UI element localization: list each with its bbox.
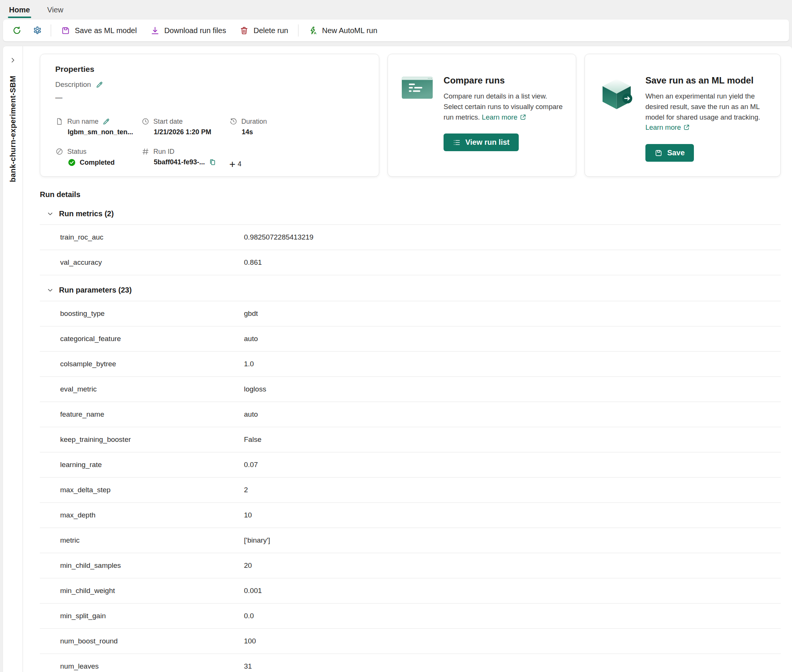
run-parameters-header[interactable]: Run parameters (23) [47,279,781,301]
parameter-value: 1.0 [244,360,781,368]
save-button[interactable]: Save [645,144,694,162]
expand-panel-button[interactable] [7,54,18,66]
ribbon-tabbar: Home View [0,0,792,17]
parameter-row: feature_name auto [40,402,781,427]
metric-value: 0.861 [244,258,781,267]
run-parameters-header-label: Run parameters (23) [59,286,132,294]
parameter-name: min_split_gain [40,612,244,620]
status-label: Status [67,148,86,156]
page: Home View Save as ML model [0,0,792,672]
ml-model-cube-illustration [599,75,635,112]
start-date-value: 1/21/2026 1:20 PM [154,128,229,136]
parameter-name: min_child_samples [40,562,244,570]
plus-icon: + [229,161,235,168]
field-status: Status Completed [55,147,141,168]
parameter-value: gbdt [244,309,781,318]
parameter-row: boosting_type gbdt [40,301,781,326]
settings-button[interactable] [27,22,48,39]
new-automl-run-label: New AutoML run [322,26,377,35]
parameter-value: ['binary'] [244,536,781,544]
field-run-id: Run ID 5baff041-fe93-... [141,147,229,168]
tab-home[interactable]: Home [9,6,30,15]
content-canvas: bank-churn-experiment-SBM Properties Des… [3,46,792,672]
download-run-files-label: Download run files [164,26,226,35]
download-icon [150,26,160,35]
parameter-row: min_child_samples 20 [40,553,781,578]
delete-run-button[interactable]: Delete run [233,22,295,39]
parameter-row: metric ['binary'] [40,528,781,553]
download-run-files-button[interactable]: Download run files [144,22,233,39]
save-floppy-icon [61,26,70,35]
save-run-description: When an experimental run yield the desir… [645,92,760,121]
metric-row: train_roc_auc 0.9825072285413219 [40,224,781,250]
parameter-name: colsample_bytree [40,360,244,368]
edit-description-button[interactable] [96,81,103,89]
external-link-icon [519,114,527,121]
svg-text:A: A [314,31,316,35]
new-automl-run-button[interactable]: A New AutoML run [302,22,384,39]
parameter-row: max_depth 10 [40,502,781,528]
chevron-down-icon [47,287,53,293]
view-run-list-button[interactable]: View run list [444,133,518,151]
parameter-value: False [244,435,781,444]
learn-more-label: Learn more [482,113,517,121]
learn-more-label: Learn more [645,123,681,131]
view-run-list-label: View run list [465,138,509,147]
save-learn-more-link[interactable]: Learn more [645,123,690,131]
parameter-row: min_split_gain 0.0 [40,603,781,628]
properties-title: Properties [55,65,364,74]
show-more-properties-button[interactable]: + 4 [229,160,364,168]
field-start-date: Start date 1/21/2026 1:20 PM [141,117,229,136]
toolbar-divider [51,24,51,37]
save-run-title: Save run as an ML model [645,75,769,86]
run-parameters-section: Run parameters (23) boosting_type gbdt c… [40,279,781,672]
run-metrics-section: Run metrics (2) train_roc_auc 0.98250722… [40,203,781,275]
run-name-value: lgbm_sm_non_ten... [68,128,141,136]
run-metrics-header[interactable]: Run metrics (2) [47,203,781,224]
copy-icon [209,158,217,166]
compare-runs-card: Compare runs Compare run details in a li… [388,54,576,177]
parameter-row: colsample_bytree 1.0 [40,351,781,376]
compare-learn-more-link[interactable]: Learn more [482,113,527,121]
refresh-icon [12,26,22,35]
automl-icon: A [308,26,318,35]
metric-name: train_roc_auc [40,233,244,242]
tab-view[interactable]: View [47,6,64,15]
run-name-label: Run name [67,118,99,126]
refresh-button[interactable] [7,22,27,39]
trash-icon [240,26,249,35]
parameter-value: 31 [244,662,781,670]
metric-row: val_accuracy 0.861 [40,250,781,275]
compare-runs-content: Compare runs Compare run details in a li… [444,75,565,176]
document-icon [55,117,64,126]
save-as-ml-model-label: Save as ML model [75,26,137,35]
save-floppy-icon [655,149,663,157]
run-parameters-table: boosting_type gbdt categorical_feature a… [40,301,781,672]
status-value: Completed [80,159,115,166]
history-icon [229,117,238,126]
parameter-name: feature_name [40,410,244,419]
duration-value: 14s [242,128,364,136]
save-button-label: Save [667,149,685,157]
copy-run-id-button[interactable] [209,158,217,166]
start-date-label: Start date [153,118,183,126]
save-run-card: Save run as an ML model When an experime… [584,54,781,177]
edit-run-name-button[interactable] [102,118,110,126]
parameter-value: 2 [244,486,781,494]
parameter-value: auto [244,335,781,343]
toolbar: Save as ML model Download run files Dele… [3,19,789,42]
parameter-name: eval_metric [40,385,244,394]
parameter-value: 20 [244,562,781,570]
chevron-down-icon [47,211,53,217]
parameter-row: min_child_weight 0.001 [40,578,781,603]
run-metrics-table: train_roc_auc 0.9825072285413219 val_acc… [40,224,781,275]
toolbar-divider [298,24,299,37]
save-as-ml-model-button[interactable]: Save as ML model [54,22,144,39]
description-value: — [55,93,364,102]
parameter-row: num_boost_round 100 [40,628,781,654]
clock-icon [141,117,150,126]
parameter-name: learning_rate [40,461,244,469]
field-duration: Duration 14s [229,117,364,136]
parameter-row: categorical_feature auto [40,326,781,351]
compare-runs-illustration [401,75,433,101]
